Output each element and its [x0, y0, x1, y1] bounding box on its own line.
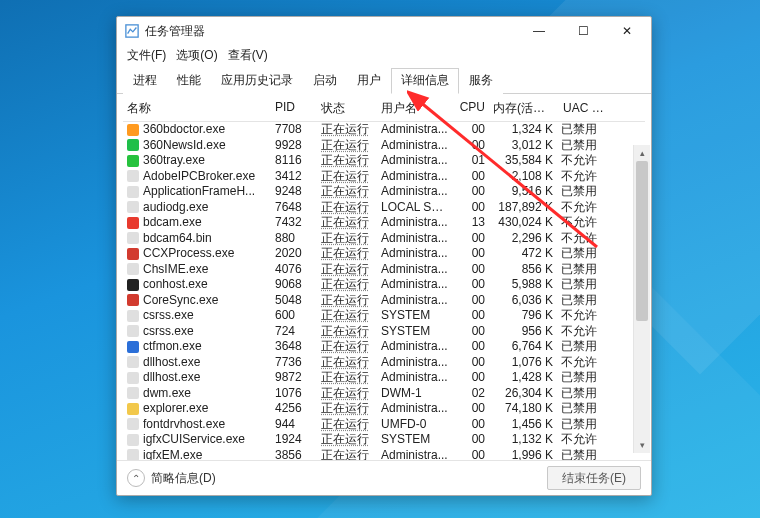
cell-user: LOCAL SER...	[377, 200, 453, 216]
table-row[interactable]: ctfmon.exe3648正在运行Administra...006,764 K…	[123, 339, 645, 355]
table-row[interactable]: fontdrvhost.exe944正在运行UMFD-0001,456 K已禁用	[123, 417, 645, 433]
cell-user: SYSTEM	[377, 432, 453, 448]
process-icon	[127, 356, 139, 368]
table-row[interactable]: 360tray.exe8116正在运行Administra...0135,584…	[123, 153, 645, 169]
cell-pid: 600	[271, 308, 317, 324]
table-row[interactable]: 360bdoctor.exe7708正在运行Administra...001,3…	[123, 122, 645, 138]
table-row[interactable]: AdobeIPCBroker.exe3412正在运行Administra...0…	[123, 169, 645, 185]
table-row[interactable]: dllhost.exe7736正在运行Administra...001,076 …	[123, 355, 645, 371]
cell-pid: 4076	[271, 262, 317, 278]
tab-4[interactable]: 用户	[347, 68, 391, 94]
cell-mem: 796 K	[489, 308, 557, 324]
table-row[interactable]: CoreSync.exe5048正在运行Administra...006,036…	[123, 293, 645, 309]
table-row[interactable]: 360NewsId.exe9928正在运行Administra...003,01…	[123, 138, 645, 154]
cell-mem: 1,428 K	[489, 370, 557, 386]
cell-uac: 不允许	[557, 355, 609, 371]
tab-0[interactable]: 进程	[123, 68, 167, 94]
vertical-scrollbar[interactable]: ▴ ▾	[633, 145, 650, 453]
cell-cpu: 00	[453, 432, 489, 448]
cell-pid: 8116	[271, 153, 317, 169]
col-user[interactable]: 用户名	[377, 98, 453, 119]
table-row[interactable]: ChsIME.exe4076正在运行Administra...00856 K已禁…	[123, 262, 645, 278]
cell-cpu: 00	[453, 370, 489, 386]
table-row[interactable]: conhost.exe9068正在运行Administra...005,988 …	[123, 277, 645, 293]
table-row[interactable]: audiodg.exe7648正在运行LOCAL SER...00187,892…	[123, 200, 645, 216]
table-row[interactable]: CCXProcess.exe2020正在运行Administra...00472…	[123, 246, 645, 262]
cell-mem: 1,996 K	[489, 448, 557, 461]
task-manager-window: 任务管理器 — ☐ ✕ 文件(F) 选项(O) 查看(V) 进程性能应用历史记录…	[116, 16, 652, 496]
cell-uac: 已禁用	[557, 448, 609, 461]
table-row[interactable]: bdcam64.bin880正在运行Administra...002,296 K…	[123, 231, 645, 247]
tab-3[interactable]: 启动	[303, 68, 347, 94]
process-icon	[127, 294, 139, 306]
cell-uac: 已禁用	[557, 401, 609, 417]
tab-5[interactable]: 详细信息	[391, 68, 459, 94]
process-list[interactable]: 360bdoctor.exe7708正在运行Administra...001,3…	[123, 122, 645, 460]
menu-bar: 文件(F) 选项(O) 查看(V)	[117, 45, 651, 67]
cell-uac: 不允许	[557, 231, 609, 247]
process-name: conhost.exe	[143, 277, 208, 293]
cell-cpu: 01	[453, 153, 489, 169]
cell-user: Administra...	[377, 339, 453, 355]
cell-cpu: 00	[453, 169, 489, 185]
tab-6[interactable]: 服务	[459, 68, 503, 94]
process-icon	[127, 232, 139, 244]
cell-pid: 7736	[271, 355, 317, 371]
cell-user: UMFD-0	[377, 417, 453, 433]
cell-user: Administra...	[377, 355, 453, 371]
titlebar[interactable]: 任务管理器 — ☐ ✕	[117, 17, 651, 45]
col-uac[interactable]: UAC 虚拟化	[557, 98, 609, 119]
table-row[interactable]: explorer.exe4256正在运行Administra...0074,18…	[123, 401, 645, 417]
process-name: CCXProcess.exe	[143, 246, 234, 262]
table-row[interactable]: igfxEM.exe3856正在运行Administra...001,996 K…	[123, 448, 645, 461]
menu-file[interactable]: 文件(F)	[123, 46, 170, 65]
process-name: igfxCUIService.exe	[143, 432, 245, 448]
cell-user: SYSTEM	[377, 308, 453, 324]
col-status[interactable]: 状态	[317, 98, 377, 119]
tab-1[interactable]: 性能	[167, 68, 211, 94]
process-icon	[127, 139, 139, 151]
cell-mem: 2,108 K	[489, 169, 557, 185]
end-task-button[interactable]: 结束任务(E)	[547, 466, 641, 490]
cell-pid: 3412	[271, 169, 317, 185]
cell-uac: 不允许	[557, 153, 609, 169]
cell-mem: 35,584 K	[489, 153, 557, 169]
col-mem[interactable]: 内存(活动的...	[489, 98, 557, 119]
table-row[interactable]: dwm.exe1076正在运行DWM-10226,304 K已禁用	[123, 386, 645, 402]
window-title: 任务管理器	[145, 23, 517, 40]
col-name[interactable]: 名称	[123, 98, 271, 119]
cell-pid: 1924	[271, 432, 317, 448]
process-name: ChsIME.exe	[143, 262, 208, 278]
maximize-button[interactable]: ☐	[561, 17, 605, 45]
cell-mem: 3,012 K	[489, 138, 557, 154]
table-row[interactable]: dllhost.exe9872正在运行Administra...001,428 …	[123, 370, 645, 386]
process-icon	[127, 372, 139, 384]
tab-2[interactable]: 应用历史记录	[211, 68, 303, 94]
minimize-button[interactable]: —	[517, 17, 561, 45]
table-row[interactable]: ApplicationFrameH...9248正在运行Administra..…	[123, 184, 645, 200]
table-row[interactable]: igfxCUIService.exe1924正在运行SYSTEM001,132 …	[123, 432, 645, 448]
cell-mem: 6,764 K	[489, 339, 557, 355]
close-button[interactable]: ✕	[605, 17, 649, 45]
task-manager-icon	[125, 24, 139, 38]
scroll-up-icon[interactable]: ▴	[634, 145, 650, 161]
cell-uac: 已禁用	[557, 138, 609, 154]
process-name: csrss.exe	[143, 308, 194, 324]
process-name: 360bdoctor.exe	[143, 122, 225, 138]
menu-view[interactable]: 查看(V)	[224, 46, 272, 65]
cell-mem: 1,132 K	[489, 432, 557, 448]
scrollbar-thumb[interactable]	[636, 161, 648, 321]
cell-pid: 7708	[271, 122, 317, 138]
menu-options[interactable]: 选项(O)	[172, 46, 221, 65]
table-row[interactable]: csrss.exe600正在运行SYSTEM00796 K不允许	[123, 308, 645, 324]
col-pid[interactable]: PID	[271, 98, 317, 119]
table-row[interactable]: bdcam.exe7432正在运行Administra...13430,024 …	[123, 215, 645, 231]
cell-uac: 不允许	[557, 324, 609, 340]
process-icon	[127, 155, 139, 167]
fewer-details-button[interactable]: ⌃ 简略信息(D)	[127, 469, 216, 487]
col-cpu[interactable]: CPU	[453, 98, 489, 119]
cell-uac: 已禁用	[557, 277, 609, 293]
scroll-down-icon[interactable]: ▾	[634, 437, 650, 453]
cell-user: Administra...	[377, 277, 453, 293]
table-row[interactable]: csrss.exe724正在运行SYSTEM00956 K不允许	[123, 324, 645, 340]
